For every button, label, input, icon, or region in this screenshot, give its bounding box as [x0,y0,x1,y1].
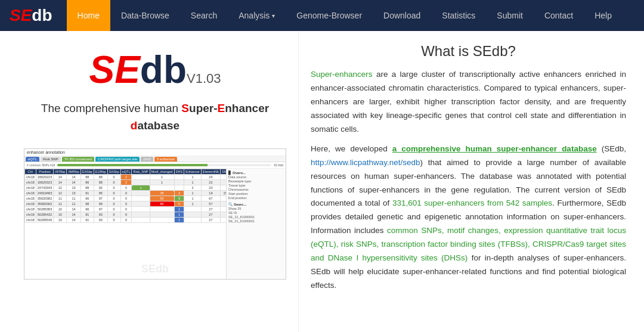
nav-home[interactable]: Home [67,0,110,31]
col-chr: Chr [25,169,36,175]
col-snps: SNPs [221,169,226,175]
sidebar-se-row1: SE_21_81000001 [228,215,284,219]
table-row: chr181862032314148688021122 [25,180,227,185]
table-row: chr18248194831213919500383119152 [25,191,227,196]
col-easp: EASbp [80,169,94,175]
paragraph-2: Here, we developed a comprehensive human… [311,142,626,293]
table-row: chr181862022314148889021124 [25,175,227,180]
col-pos: Position [36,169,53,175]
features-text: common SNPs, motif changes, expression q… [311,226,626,262]
bar-chart-icon: ▊ [228,170,231,175]
preview-tab-risksnp[interactable]: Risk SNP [41,157,61,162]
sidebar-start-position: Start position: [228,192,284,196]
brand-se: SE [10,6,32,24]
preview-tab-dhs[interactable]: DHS [141,157,153,162]
preview-area: enhancer annotation eQTL Risk SNP TF BS … [24,148,286,280]
main-content: SEdbV1.03 The comprehensive human Super-… [0,31,644,332]
col-dhs: DHS [174,169,184,175]
sidebar-tissue-type: Tissue type: [228,184,284,187]
col-eqtl: eQTL [120,169,132,175]
logo-se: SE [89,48,140,91]
col-sasp: SASbp [107,169,120,175]
preview-table-area: Chr Position AFRbp AMRbp EASbp EURbp SAS… [24,169,226,280]
preview-tab-enhancer[interactable]: 5 enhancer [154,157,177,162]
nav-contact[interactable]: Contact [534,0,584,31]
preview-tabs: eQTL Risk SNP TF BS conserved CRISPR/Cas… [24,156,286,162]
analysis-chevron: ▾ [272,13,275,19]
super-enhancers-link[interactable]: Super-enhancers [311,70,373,79]
preview-tab-tfbs[interactable]: TF BS conserved [62,157,94,162]
search-icon-small: 🔍 [228,202,233,206]
table-row: chr18356203821111969700509167 [25,196,227,201]
brand-db: db [32,6,52,24]
col-enhancer: Enhancer [184,169,202,175]
logo-db: db [140,48,187,91]
col-amrp: AMRbp [67,169,80,175]
left-panel: SEdbV1.03 The comprehensive human Super-… [0,31,298,332]
comprehensive-db-link[interactable]: a comprehensive human super-enhancer dat… [392,144,597,153]
sidebar-search-title: 🔍 Searc... [228,202,284,206]
sidebar-se-id-label: SE ID [228,211,284,215]
right-panel: What is SEdb? Super-enhancers are a larg… [298,31,644,332]
table-row: chr18356820621111989900805157 [25,201,227,207]
nav-search[interactable]: Search [180,0,228,31]
nav-analysis[interactable]: Analysis ▾ [228,0,286,31]
sedb-url-link[interactable]: http://www.licpathway.net/sedb [311,158,420,167]
nav-data-browse[interactable]: Data-Browse [110,0,180,31]
nav-statistics[interactable]: Statistics [431,0,486,31]
nav-download[interactable]: Download [373,0,431,31]
paragraph-1: Super-enhancers are a large cluster of t… [311,68,626,136]
sidebar-se-row2: SE_21_81000001 [228,219,284,223]
nav-help[interactable]: Help [584,0,623,31]
tagline: The comprehensive human Super-Enhancer d… [24,100,286,134]
nav-items: Home Data-Browse Search Analysis ▾ Genom… [67,0,623,31]
count-text: 331,601 super-enhancers from 542 samples [392,198,552,207]
preview-tab-eqtl[interactable]: eQTL [26,157,39,162]
col-motif: Motif_changed [150,169,174,175]
navbar: SEdb Home Data-Browse Search Analysis ▾ … [0,0,644,31]
right-panel-title: What is SEdb? [311,43,626,60]
preview-tab-crispr[interactable]: CRISPR/Cas9 target site [95,157,140,162]
sidebar-data-source: Data source: [228,175,284,179]
preview-sidebar: ▊ Overv... Data source: Biosample type: … [226,169,286,280]
logo-version: V1.03 [187,71,221,86]
table-row: chr18502853831014969700127 [25,207,227,212]
sidebar-show: Show 25 [228,207,284,210]
sedb-logo: SEdbV1.03 [89,49,221,91]
preview-title-bar: enhancer annotation [24,149,286,156]
table-row: chr18502855451014919300127 [25,218,227,223]
sidebar-end-position: End position: [228,196,284,200]
col-eurp: EURbp [94,169,107,175]
sidebar-search-section: 🔍 Searc... Show 25 SE ID SE_21_81000001 … [228,202,284,223]
sidebar-biosample-type: Biosample type: [228,179,284,183]
col-elementnb: ElementNb [201,169,220,175]
p1-text: are a large cluster of transcriptionally… [311,70,626,134]
watermark: SEdb [141,263,169,275]
brand-logo[interactable]: SEdb [10,6,52,25]
tagline-d: d [131,119,138,132]
nav-genome-browser[interactable]: Genome-Browser [286,0,373,31]
preview-table: Chr Position AFRbp AMRbp EASbp EURbp SAS… [24,169,226,223]
sidebar-overview-title: ▊ Overv... [228,170,284,175]
sidebar-chromosome: Chromosome: [228,188,284,191]
nav-submit[interactable]: Submit [486,0,534,31]
tagline-e: E [218,102,225,114]
table-row: chr18502854321014919300127 [25,212,227,218]
tagline-bold: Super-Enhancer database [131,102,269,132]
sidebar-overview: ▊ Overv... Data source: Biosample type: … [228,170,284,200]
table-row: chr182474334312138892001223 [25,185,227,191]
col-afrp: AFRbp [54,169,67,175]
tagline-s: S [181,102,189,114]
col-risksnp: Risk_SNP [132,169,150,175]
